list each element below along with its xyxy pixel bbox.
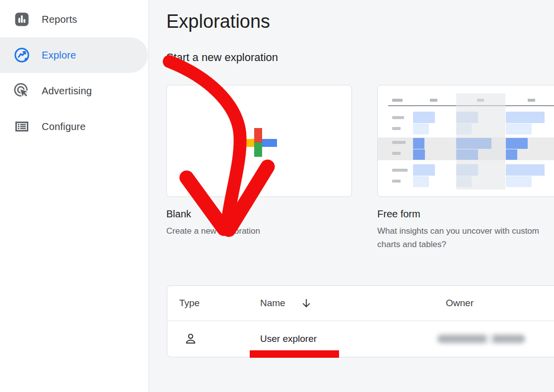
column-header-type[interactable]: Type	[179, 298, 200, 309]
reports-icon	[13, 10, 31, 28]
sidebar-item-reports[interactable]: Reports	[0, 1, 148, 37]
preview-bar	[506, 164, 545, 176]
blank-template-card[interactable]	[166, 85, 352, 197]
free-form-card-caption: Free form What insights can you uncover …	[377, 208, 552, 251]
preview-bar	[413, 112, 435, 123]
left-nav-sidebar: Reports Explore Advertising	[0, 0, 149, 392]
preview-header-dash	[430, 99, 437, 102]
table-row[interactable]: User explorer	[167, 321, 554, 357]
configure-icon	[13, 118, 31, 135]
preview-label-dash	[392, 116, 404, 119]
card-title: Free form	[377, 208, 552, 220]
exploration-name[interactable]: User explorer	[260, 333, 317, 344]
preview-bar	[506, 124, 532, 134]
person-icon	[184, 332, 198, 346]
page-title: Explorations	[166, 11, 270, 32]
preview-label-dash	[392, 180, 401, 183]
sidebar-item-label: Configure	[42, 121, 86, 132]
preview-header-dash	[528, 99, 535, 102]
blank-card-caption: Blank Create a new exploration	[166, 208, 260, 238]
sort-descending-icon[interactable]	[301, 298, 312, 309]
free-form-preview	[378, 85, 554, 196]
plus-icon	[239, 128, 277, 159]
preview-bar	[506, 149, 517, 160]
preview-bar	[413, 176, 429, 187]
preview-bar	[413, 138, 424, 149]
preview-bar	[413, 149, 425, 160]
sidebar-item-advertising[interactable]: Advertising	[0, 73, 148, 109]
sidebar-item-configure[interactable]: Configure	[0, 109, 148, 144]
free-form-template-card[interactable]	[377, 85, 554, 197]
sidebar-item-label: Explore	[42, 50, 76, 61]
preview-label-dash	[392, 169, 408, 172]
preview-bar	[506, 112, 545, 123]
advertising-icon	[13, 82, 31, 100]
preview-bar	[413, 124, 429, 134]
preview-label-dash	[392, 152, 401, 155]
sidebar-item-label: Reports	[42, 14, 77, 25]
owner-name-redacted	[437, 335, 525, 343]
preview-header-dash	[392, 99, 403, 102]
sidebar-item-label: Advertising	[42, 85, 92, 97]
table-header-row: Type Name Owner	[167, 286, 554, 321]
explorations-table: Type Name Owner User explorer	[167, 285, 554, 357]
card-description: Create a new exploration	[166, 224, 260, 238]
preview-column-highlight	[456, 93, 505, 190]
preview-label-dash	[392, 127, 401, 130]
card-title: Blank	[166, 208, 260, 220]
preview-label-dash	[392, 141, 406, 144]
column-header-owner[interactable]: Owner	[446, 298, 474, 309]
preview-bar	[413, 164, 435, 176]
preview-bar	[506, 138, 528, 149]
section-heading: Start a new exploration	[166, 51, 278, 64]
card-description: What insights can you uncover with custo…	[377, 224, 552, 251]
sidebar-item-explore[interactable]: Explore	[0, 37, 148, 73]
preview-bar	[506, 176, 532, 187]
explore-icon	[13, 46, 31, 64]
column-header-name[interactable]: Name	[260, 298, 285, 309]
